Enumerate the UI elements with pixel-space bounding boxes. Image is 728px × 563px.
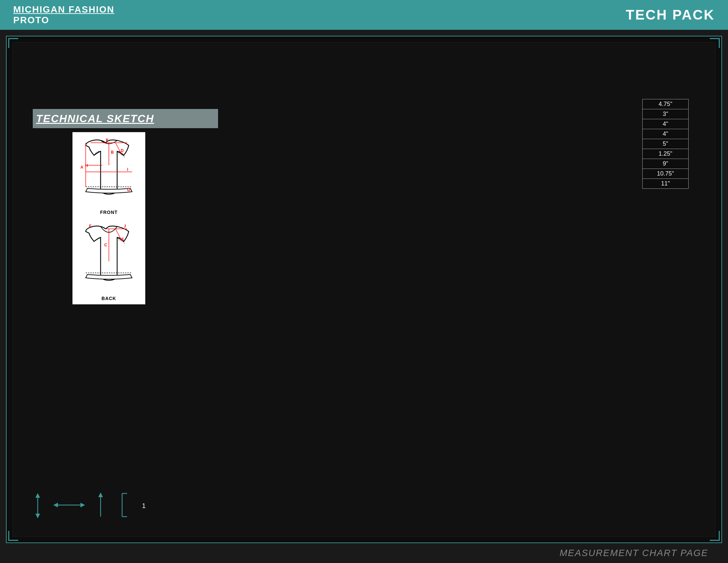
footer-label: MEASUREMENT CHART PAGE bbox=[560, 548, 708, 558]
header: Michigan Fashion Proto Tech Pack bbox=[0, 0, 728, 30]
measurement-row-2: 4" bbox=[643, 119, 689, 129]
measurement-row-6: 9" bbox=[643, 159, 689, 169]
svg-marker-29 bbox=[80, 503, 85, 507]
main-content: TECHNICAL SKETCH bbox=[0, 30, 728, 543]
measurement-table: 4.75"3"4"4"5"1.25"9"10.75"11" bbox=[642, 99, 689, 189]
measurement-row-0: 4.75" bbox=[643, 99, 689, 109]
logo-line1: Michigan Fashion bbox=[13, 4, 114, 15]
back-sketch-svg: F J C E bbox=[76, 221, 142, 295]
svg-text:J: J bbox=[124, 224, 126, 228]
logo: Michigan Fashion Proto bbox=[13, 4, 114, 25]
svg-text:K: K bbox=[106, 138, 109, 142]
section-label-bar: TECHNICAL SKETCH bbox=[33, 109, 218, 128]
svg-marker-28 bbox=[53, 503, 58, 507]
logo-line2: Proto bbox=[13, 15, 49, 25]
measurement-row-5: 1.25" bbox=[643, 149, 689, 159]
page-number: 1 bbox=[142, 502, 146, 510]
back-label: BACK bbox=[102, 296, 116, 301]
measurement-row-7: 10.75" bbox=[643, 169, 689, 179]
measurement-row-1: 3" bbox=[643, 109, 689, 119]
svg-text:B: B bbox=[111, 150, 114, 155]
svg-text:C: C bbox=[104, 243, 107, 247]
vertical-arrow[interactable] bbox=[33, 493, 43, 519]
svg-text:G: G bbox=[127, 187, 130, 192]
up-arrow[interactable] bbox=[96, 492, 106, 520]
front-label: FRONT bbox=[100, 210, 117, 215]
header-title: Tech Pack bbox=[626, 7, 715, 23]
svg-marker-25 bbox=[35, 493, 40, 498]
svg-text:D: D bbox=[121, 148, 124, 153]
measurement-row-4: 5" bbox=[643, 139, 689, 149]
horizontal-arrow[interactable] bbox=[53, 500, 86, 511]
bracket-arrow[interactable] bbox=[115, 492, 135, 520]
svg-marker-31 bbox=[98, 493, 103, 497]
svg-text:I: I bbox=[127, 167, 128, 172]
svg-marker-26 bbox=[35, 514, 40, 518]
content-area: TECHNICAL SKETCH bbox=[13, 42, 715, 537]
svg-text:A: A bbox=[80, 165, 83, 169]
page-container: TECHNICAL SKETCH bbox=[6, 36, 722, 543]
svg-text:E: E bbox=[121, 237, 124, 242]
navigation-arrows: 1 bbox=[33, 492, 146, 520]
measurement-row-3: 4" bbox=[643, 129, 689, 139]
sketch-container: K B D H I A G bbox=[72, 132, 145, 305]
measurement-row-8: 11" bbox=[643, 179, 689, 189]
svg-text:F: F bbox=[89, 224, 91, 228]
section-label: TECHNICAL SKETCH bbox=[36, 113, 154, 125]
footer: MEASUREMENT CHART PAGE bbox=[0, 543, 728, 563]
front-sketch-svg: K B D H I A G bbox=[76, 135, 142, 208]
